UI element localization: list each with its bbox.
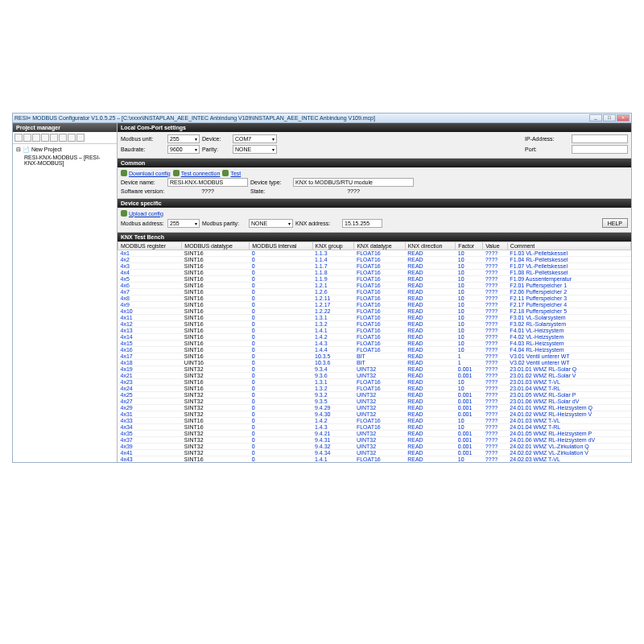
table-row[interactable]: 4x33SINT1601.4.2FLOAT16READ10????24.01.0… [118,418,631,424]
comport-panel: Modbus unit: 255 Device: COM7 IP-Address… [118,132,631,159]
col-header[interactable]: Value [483,242,508,250]
common-panel: Download config Test connection Test Dev… [118,167,631,199]
table-row[interactable]: 4x5SINT1601.1.9FLOAT16READ10????F1.09 Au… [118,276,631,283]
table-row[interactable]: 4x18UINT16010.3.6BITREAD1????V3.02 Venti… [118,360,631,366]
table-row[interactable]: 4x29SINT3209.4.29UINT32READ0.001????24.0… [118,405,631,411]
devtype-input[interactable] [293,178,414,187]
table-row[interactable]: 4x16SINT1601.4.4FLOAT16READ10????F4.04 R… [118,347,631,353]
table-row[interactable]: 4x43SINT1601.4.1FLOAT16READ10????24.02.0… [118,456,631,463]
table-row[interactable]: 4x6SINT1601.2.1FLOAT16READ10????F2.01 Pu… [118,283,631,289]
table-row[interactable]: 4x41SINT3209.4.34UINT32READ0.001????24.0… [118,450,631,456]
table-row[interactable]: 4x3SINT1601.1.7FLOAT16READ10????F1.07 VL… [118,263,631,270]
sw-value: ???? [167,188,248,194]
cell: READ [405,270,456,276]
modbus-parity-select[interactable]: NONE [249,219,293,228]
col-header[interactable]: MODBUS datatype [182,242,250,250]
cell: SINT32 [182,392,250,398]
new-icon[interactable] [14,134,23,142]
parity-label: Parity: [202,147,230,152]
sw-label: Software version: [121,188,165,194]
table-row[interactable]: 4x25SINT3209.3.2UINT32READ0.001????23.01… [118,392,631,398]
refresh-icon[interactable] [76,134,85,142]
cell: SINT16 [182,328,250,334]
add-icon[interactable] [41,134,49,142]
table-row[interactable]: 4x4SINT1601.1.8FLOAT16READ10????F1.08 RL… [118,270,631,276]
modbus-unit-select[interactable]: 255 [167,134,200,143]
col-header[interactable]: Factor [456,242,483,250]
devname-input[interactable] [167,178,248,187]
cell: 10 [456,424,483,431]
table-row[interactable]: 4x13SINT1601.4.1FLOAT16READ10????F4.01 V… [118,328,631,334]
cell: 10 [456,386,483,392]
cell: 0 [250,353,312,360]
open-icon[interactable] [23,134,31,142]
delete-icon[interactable] [50,134,58,142]
cell: ???? [483,347,508,353]
app-window: RESI« MODBUS Configurator V1.0.5.25 – [C… [12,113,632,463]
tree-root[interactable]: ⊟ 📄 New Project [16,146,114,154]
minimize-button[interactable]: _ [589,114,602,122]
cell: 23.01.05 WMZ RL-Solar P [507,392,630,398]
cell: 4x11 [118,315,182,321]
table-row[interactable]: 4x8SINT1601.2.11FLOAT16READ10????F2.11 P… [118,295,631,302]
table-row[interactable]: 4x39SINT3209.4.32UINT32READ0.001????24.0… [118,444,631,450]
close-button[interactable]: × [617,114,630,122]
table-row[interactable]: 4x10SINT1601.2.22FLOAT16READ10????F2.18 … [118,308,631,315]
col-header[interactable]: Comment [507,242,630,250]
table-row[interactable]: 4x2SINT1601.1.4FLOAT16READ10????F1.04 RL… [118,257,631,263]
table-row[interactable]: 4x24SINT1601.3.2FLOAT16READ10????23.01.0… [118,386,631,392]
ip-input[interactable] [572,134,628,143]
cell: 24.01.05 WMZ RL-Heizsystem P [507,431,630,437]
table-row[interactable]: 4x34SINT1601.4.3FLOAT16READ10????24.01.0… [118,424,631,431]
table-row[interactable]: 4x27SINT3209.3.5UINT32READ0.001????23.01… [118,398,631,405]
cell: 9.3.2 [312,392,354,398]
knx-addr-input[interactable] [342,219,382,228]
table-row[interactable]: 4x7SINT1601.2.6FLOAT16READ10????F2.06 Pu… [118,289,631,295]
port-input[interactable] [572,145,628,154]
copy-icon[interactable] [59,134,67,142]
test-icon [222,170,229,176]
test-connection-button[interactable]: Test connection [173,170,221,176]
cell: SINT16 [182,424,250,431]
table-row[interactable]: 4x15SINT1601.4.3FLOAT16READ10????F4.03 R… [118,341,631,347]
table-row[interactable]: 4x35SINT3209.4.21UINT32READ0.001????24.0… [118,431,631,437]
parity-select[interactable]: NONE [233,145,277,154]
cell: 4x10 [118,308,182,315]
table-row[interactable]: 4x11SINT1601.3.1FLOAT16READ10????F3.01 V… [118,315,631,321]
device-select[interactable]: COM7 [233,134,277,143]
cell: ???? [483,373,508,379]
col-header[interactable]: KNX group [312,242,354,250]
table-row[interactable]: 4x12SINT1601.3.2FLOAT16READ10????F3.02 R… [118,321,631,328]
knx-test-bench-grid[interactable]: MODBUS registerMODBUS datatypeMODBUS int… [118,242,631,462]
baud-select[interactable]: 9600 [167,145,200,154]
table-row[interactable]: 4x17SINT16010.3.5BITREAD1????V3.01 Venti… [118,353,631,360]
table-row[interactable]: 4x19SINT3209.3.4UINT32READ0.001????23.01… [118,366,631,373]
maximize-button[interactable]: □ [603,114,616,122]
help-button[interactable]: HELP [602,218,628,228]
col-header[interactable]: KNX datatype [354,242,405,250]
project-tree[interactable]: ⊟ 📄 New Project RESI-KNX-MODBUS – [RESI-… [13,144,117,462]
table-row[interactable]: 4x23SINT1601.3.1FLOAT16READ10????23.01.0… [118,379,631,386]
cell: READ [405,405,456,411]
col-header[interactable]: MODBUS interval [250,242,312,250]
paste-icon[interactable] [68,134,76,142]
table-row[interactable]: 4x1SINT1601.1.3FLOAT16READ10????F1.03 VL… [118,250,631,257]
download-config-button[interactable]: Download config [121,170,171,176]
tree-node-selected[interactable]: RESI-KNX-MODBUS – [RESI-KNX-MODBUS] [24,155,101,166]
test-button[interactable]: Test [222,170,241,176]
modbus-addr-select[interactable]: 255 [167,219,200,228]
col-header[interactable]: KNX direction [405,242,456,250]
upload-config-button[interactable]: Upload config [121,210,163,217]
table-row[interactable]: 4x21SINT3209.3.6UINT32READ0.001????23.01… [118,373,631,379]
table-row[interactable]: 4x9SINT1601.2.17FLOAT16READ10????F2.17 P… [118,302,631,308]
col-header[interactable]: MODBUS register [118,242,182,250]
save-icon[interactable] [32,134,40,142]
table-row[interactable]: 4x14SINT1601.4.2FLOAT16READ10????F4.02 V… [118,334,631,341]
cell: F2.06 Pufferspeicher 2 [507,289,630,295]
table-row[interactable]: 4x37SINT3209.4.31UINT32READ0.001????24.0… [118,437,631,444]
cell: SINT32 [182,373,250,379]
table-row[interactable]: 4x31SINT3209.4.30UINT32READ0.001????24.0… [118,411,631,418]
cell: READ [405,250,456,257]
titlebar[interactable]: RESI« MODBUS Configurator V1.0.5.25 – [C… [13,114,631,123]
cell: 0.001 [456,444,483,450]
